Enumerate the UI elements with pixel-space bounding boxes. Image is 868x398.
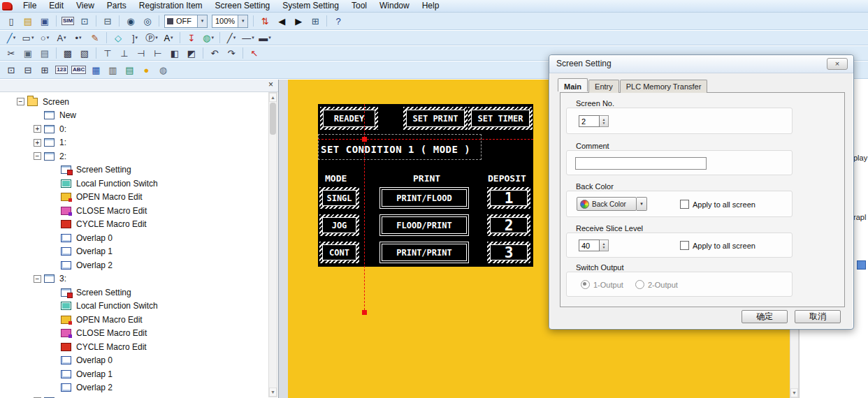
tree-item-cycle-macro-edit[interactable]: CYCLE Macro Edit — [0, 218, 268, 232]
scroll-down-icon[interactable]: ▼ — [269, 388, 277, 397]
receive-slice-spinner[interactable]: ▲▼ — [600, 239, 609, 251]
overlap-library-icon[interactable]: ⊞ — [37, 63, 52, 77]
comment-input[interactable] — [575, 157, 707, 170]
apply-all-screen-checkbox[interactable]: Apply to all screen — [680, 241, 755, 250]
hmi-switch-set-print[interactable]: SET PRINT — [403, 107, 468, 130]
hmi-switch-set-timer[interactable]: SET TIMER — [468, 107, 533, 130]
group-icon[interactable]: ▩ — [60, 46, 75, 60]
switch-order-icon[interactable]: ⇅ — [257, 14, 273, 28]
cut-icon[interactable]: ✂ — [3, 46, 19, 60]
part-place-tool-icon[interactable]: Ⓟ▾ — [144, 31, 159, 45]
align-bottom-icon[interactable]: ⊥ — [117, 46, 132, 60]
new-file-icon[interactable]: ▯ — [3, 14, 19, 28]
tree-item-cycle-macro-edit[interactable]: CYCLE Macro Edit — [0, 340, 268, 354]
numeric-display-icon[interactable]: 123 — [54, 63, 69, 77]
select-pointer-icon[interactable]: ↖ — [247, 46, 262, 60]
tree-expander[interactable]: + — [34, 139, 41, 147]
print-icon[interactable]: ⊟ — [100, 14, 115, 28]
line-tool-icon[interactable]: ╱▾ — [3, 31, 19, 45]
panel-close-button[interactable]: × — [266, 80, 276, 90]
hmi-switch-singl[interactable]: SINGL — [319, 187, 359, 209]
hmi-numeric-display-2[interactable]: 2 — [487, 214, 530, 236]
tree-item-overlap-1[interactable]: Overlap 1 — [0, 245, 268, 259]
ungroup-icon[interactable]: ▧ — [77, 46, 92, 60]
dialog-titlebar[interactable]: Screen Setting × — [549, 55, 853, 73]
menu-item-system-setting[interactable]: System Setting — [276, 0, 345, 12]
help-icon[interactable]: ? — [331, 14, 346, 28]
dialog-close-button[interactable]: × — [827, 58, 848, 70]
back-color-button[interactable]: Back Color — [577, 197, 637, 211]
ellipse-tool-icon[interactable]: ○▾ — [37, 31, 52, 45]
ok-button[interactable]: 确定 — [742, 310, 788, 323]
simulator-icon[interactable]: SIM — [60, 14, 75, 28]
tree-item-local-function-switch[interactable]: Local Function Switch — [0, 177, 268, 191]
alarm-bell-icon[interactable]: ● — [138, 63, 154, 77]
tree-item-local-function-switch[interactable]: Local Function Switch — [0, 300, 268, 314]
receive-slice-input[interactable] — [579, 239, 600, 251]
char-display-icon[interactable]: ABC — [71, 63, 87, 77]
hmi-lamp-print-flood[interactable]: PRINT/FLOOD — [379, 187, 469, 209]
scroll-up-icon[interactable]: ▲ — [269, 93, 277, 102]
prev-screen-icon[interactable]: ◀ — [274, 14, 289, 28]
bracket-tool-icon[interactable]: ]▾ — [127, 31, 143, 45]
palette-tool-icon[interactable]: ◍▾ — [201, 31, 216, 45]
hmi-switch-jog[interactable]: JOG — [319, 214, 359, 236]
save-icon[interactable]: ▣ — [37, 14, 52, 28]
menu-item-view[interactable]: View — [70, 0, 101, 12]
tree-expander[interactable]: − — [17, 98, 24, 105]
hmi-numeric-display-3[interactable]: 3 — [487, 242, 530, 263]
tree-item-1[interactable]: +1: — [0, 136, 268, 150]
menu-item-parts[interactable]: Parts — [101, 0, 133, 12]
tree-item-overlap-2[interactable]: Overlap 2 — [0, 381, 268, 395]
menu-item-file[interactable]: File — [17, 0, 43, 12]
tree-item-screen-setting[interactable]: Screen Setting — [0, 163, 268, 177]
video-display-icon[interactable]: ▥ — [105, 63, 120, 77]
scroll-down-icon[interactable]: ▼ — [790, 388, 798, 397]
tree-item-4[interactable]: +4: — [0, 395, 268, 398]
tab-plc-memory-transfer[interactable]: PLC Memory Transfer — [620, 80, 708, 93]
screen-list-icon[interactable]: ⊞ — [308, 14, 323, 28]
selection-handle[interactable] — [362, 310, 367, 315]
tree-item-new[interactable]: New — [0, 109, 268, 123]
cancel-button[interactable]: 取消 — [795, 310, 841, 323]
hmi-switch-cont[interactable]: CONT — [319, 242, 359, 263]
tree-item-3[interactable]: −3: — [0, 272, 268, 286]
transform-tool-icon[interactable]: ◇ — [110, 31, 126, 45]
menu-item-help[interactable]: Help — [416, 0, 446, 12]
tree-item-close-macro-edit[interactable]: CLOSE Macro Edit — [0, 204, 268, 218]
tree-expander[interactable]: − — [34, 152, 41, 160]
pin-tool-icon[interactable]: ↧ — [184, 31, 199, 45]
hmi-numeric-display-1[interactable]: 1 — [487, 187, 530, 209]
menu-item-registration-item[interactable]: Registration Item — [133, 0, 209, 12]
dash-style-tool-icon[interactable]: —▾ — [240, 31, 256, 45]
tree-item-2[interactable]: −2: — [0, 149, 268, 163]
tree-expander[interactable]: + — [34, 125, 41, 133]
screen-no-spinner[interactable]: ▲▼ — [600, 115, 609, 127]
layer-edit-icon[interactable]: ⊡ — [3, 63, 19, 77]
hmi-lamp-print-print[interactable]: PRINT/PRINT — [379, 242, 469, 263]
tree-item-screen[interactable]: −Screen — [0, 95, 268, 109]
panel-splitter[interactable] — [279, 80, 288, 398]
tab-main[interactable]: Main — [558, 78, 588, 91]
tree-item-0[interactable]: +0: — [0, 122, 268, 136]
hmi-switch-readey[interactable]: READEY — [320, 107, 378, 130]
scroll-thumb[interactable] — [270, 103, 276, 135]
text-tool-icon[interactable]: A▾ — [54, 31, 69, 45]
text-style-tool-icon[interactable]: A▾ — [161, 31, 176, 45]
tree-item-screen-setting[interactable]: Screen Setting — [0, 286, 268, 300]
menu-item-screen-setting[interactable]: Screen Setting — [209, 0, 277, 12]
tree-item-close-macro-edit[interactable]: CLOSE Macro Edit — [0, 327, 268, 341]
undo-icon[interactable]: ↶ — [207, 46, 222, 60]
mirror-vertical-icon[interactable]: ◩ — [184, 46, 199, 60]
data-table-icon[interactable]: ▦ — [88, 63, 103, 77]
selection-handle[interactable] — [362, 137, 367, 142]
tree-item-open-macro-edit[interactable]: OPEN Macro Edit — [0, 191, 268, 205]
pen-tool-icon[interactable]: ✎ — [87, 31, 103, 45]
screen-no-input[interactable] — [579, 115, 600, 127]
paste-icon[interactable]: ▤ — [37, 46, 52, 60]
align-left-icon[interactable]: ⊣ — [133, 46, 149, 60]
menu-item-tool[interactable]: Tool — [345, 0, 373, 12]
rect-tool-icon[interactable]: ▭▾ — [20, 31, 36, 45]
radio-1-output[interactable]: 1-Output — [581, 280, 623, 289]
menu-item-edit[interactable]: Edit — [43, 0, 70, 12]
